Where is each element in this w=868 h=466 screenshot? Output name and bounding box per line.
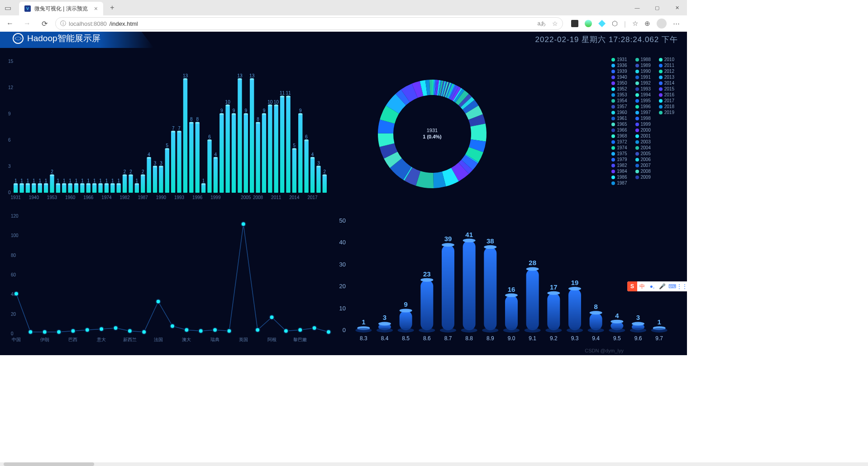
legend-item[interactable]: 2006 xyxy=(635,157,651,162)
legend-item[interactable]: 1991 xyxy=(635,75,651,80)
legend-item[interactable]: 2005 xyxy=(635,151,651,156)
legend-item[interactable]: 2004 xyxy=(635,145,651,150)
legend-item[interactable]: 2017 xyxy=(659,98,674,103)
legend-item[interactable]: 1995 xyxy=(635,98,651,103)
legend-item[interactable]: 2008 xyxy=(635,169,651,174)
svg-text:4: 4 xyxy=(311,152,314,157)
close-tab-icon[interactable]: × xyxy=(94,5,98,12)
browser-tab[interactable]: V 微兔可视化 | 演示预览 × xyxy=(19,2,103,15)
legend-item[interactable]: 2012 xyxy=(659,69,674,74)
tab-list-button[interactable]: ▭ xyxy=(0,0,15,15)
reload-button[interactable]: ⟳ xyxy=(38,17,51,30)
extension-icon-2[interactable] xyxy=(585,20,592,27)
svg-rect-119 xyxy=(207,140,211,193)
legend-item[interactable]: 1987 xyxy=(611,181,627,185)
legend-item[interactable]: 1968 xyxy=(611,133,627,138)
svg-rect-257 xyxy=(442,245,454,330)
favorite-icon[interactable]: ☆ xyxy=(552,20,558,27)
legend-item[interactable]: 1979 xyxy=(611,157,627,162)
legend-item[interactable]: 2007 xyxy=(635,163,651,168)
translate-icon[interactable]: aあ xyxy=(537,20,546,28)
svg-point-259 xyxy=(440,328,456,333)
svg-rect-146 xyxy=(262,114,266,193)
svg-point-294 xyxy=(632,322,644,325)
svg-rect-74 xyxy=(117,184,121,193)
svg-point-36 xyxy=(38,183,42,185)
legend-item[interactable]: 1940 xyxy=(611,75,627,80)
svg-point-57 xyxy=(80,183,84,185)
legend-item[interactable]: 1997 xyxy=(635,110,651,115)
legend-item[interactable]: 1953 xyxy=(611,92,627,97)
svg-point-33 xyxy=(32,183,36,185)
svg-text:8.9: 8.9 xyxy=(486,335,494,342)
legend-item[interactable]: 2013 xyxy=(659,75,674,80)
svg-rect-89 xyxy=(147,158,151,193)
svg-point-271 xyxy=(503,328,520,333)
extension-icon-3[interactable] xyxy=(598,20,606,27)
legend-item[interactable]: 1954 xyxy=(611,98,627,103)
legend-item[interactable]: 1994 xyxy=(635,92,651,97)
legend-item[interactable]: 1966 xyxy=(611,128,627,133)
legend-item[interactable]: 2015 xyxy=(659,86,674,91)
legend-item[interactable]: 1996 xyxy=(635,104,651,109)
legend-item[interactable]: 2016 xyxy=(659,92,674,97)
legend-item[interactable]: 1974 xyxy=(611,145,627,150)
legend-item[interactable]: 1993 xyxy=(635,86,651,91)
legend-item[interactable]: 1961 xyxy=(611,116,627,121)
legend-item[interactable]: 1988 xyxy=(635,57,651,62)
legend-item[interactable]: 1990 xyxy=(635,69,651,74)
svg-point-209 xyxy=(184,328,189,332)
legend-item[interactable]: 1960 xyxy=(611,110,627,115)
svg-rect-253 xyxy=(420,280,433,330)
window-minimize-button[interactable]: — xyxy=(627,0,647,15)
new-tab-button[interactable]: + xyxy=(106,1,119,14)
site-info-icon[interactable]: ⓘ xyxy=(60,19,66,28)
profile-avatar[interactable] xyxy=(657,19,667,29)
svg-point-201 xyxy=(71,329,75,333)
legend-item[interactable]: 2003 xyxy=(635,139,651,144)
legend-item[interactable]: 1957 xyxy=(611,104,627,109)
legend-item[interactable]: 1950 xyxy=(611,81,627,86)
legend-item[interactable]: 2000 xyxy=(635,128,651,133)
legend-item[interactable]: 1936 xyxy=(611,63,627,68)
window-close-button[interactable]: ✕ xyxy=(667,0,687,15)
legend-item[interactable]: 2019 xyxy=(659,110,674,115)
menu-button[interactable]: ⋯ xyxy=(673,19,680,28)
legend-item[interactable]: 1952 xyxy=(611,86,627,91)
legend-item[interactable]: 1982 xyxy=(611,163,627,168)
legend-item[interactable]: 1975 xyxy=(611,151,627,156)
svg-text:8.7: 8.7 xyxy=(444,335,452,342)
svg-point-174 xyxy=(316,166,320,167)
back-button[interactable]: ← xyxy=(4,17,16,30)
svg-rect-281 xyxy=(568,289,581,330)
legend-item[interactable]: 1989 xyxy=(635,63,651,68)
legend-item[interactable]: 1931 xyxy=(611,57,627,62)
ime-toolbar[interactable]: S中●,🎤⌨⋮⋮ xyxy=(627,281,687,291)
legend-item[interactable]: 1984 xyxy=(611,169,627,174)
window-maximize-button[interactable]: ▢ xyxy=(647,0,667,15)
extension-icon-1[interactable] xyxy=(571,20,578,27)
svg-text:阿根: 阿根 xyxy=(267,337,277,342)
svg-point-251 xyxy=(398,328,414,333)
legend-item[interactable]: 1965 xyxy=(611,122,627,127)
legend-item[interactable]: 1986 xyxy=(611,175,627,180)
legend-item[interactable]: 2018 xyxy=(659,104,674,109)
url-input[interactable]: ⓘ localhost:8080/index.html aあ ☆ xyxy=(55,17,563,30)
legend-item[interactable]: 2010 xyxy=(659,57,674,62)
extensions-menu-icon[interactable]: ⬡ xyxy=(612,19,618,28)
legend-item[interactable]: 1972 xyxy=(611,139,627,144)
legend-item[interactable]: 2009 xyxy=(635,175,651,180)
svg-text:1996: 1996 xyxy=(192,195,203,200)
collections-icon[interactable]: ⊕ xyxy=(644,19,650,28)
legend-item[interactable]: 1992 xyxy=(635,81,651,86)
svg-text:13: 13 xyxy=(183,73,188,78)
legend-item[interactable]: 1939 xyxy=(611,69,627,74)
legend-item[interactable]: 1999 xyxy=(635,122,651,127)
legend-item[interactable]: 2001 xyxy=(635,133,651,138)
svg-rect-71 xyxy=(110,184,114,193)
legend-item[interactable]: 2011 xyxy=(659,63,674,68)
legend-item[interactable]: 1998 xyxy=(635,116,651,121)
favorites-bar-icon[interactable]: ☆ xyxy=(632,19,638,28)
legend-item[interactable]: 2014 xyxy=(659,81,674,86)
svg-text:英国: 英国 xyxy=(239,337,248,342)
